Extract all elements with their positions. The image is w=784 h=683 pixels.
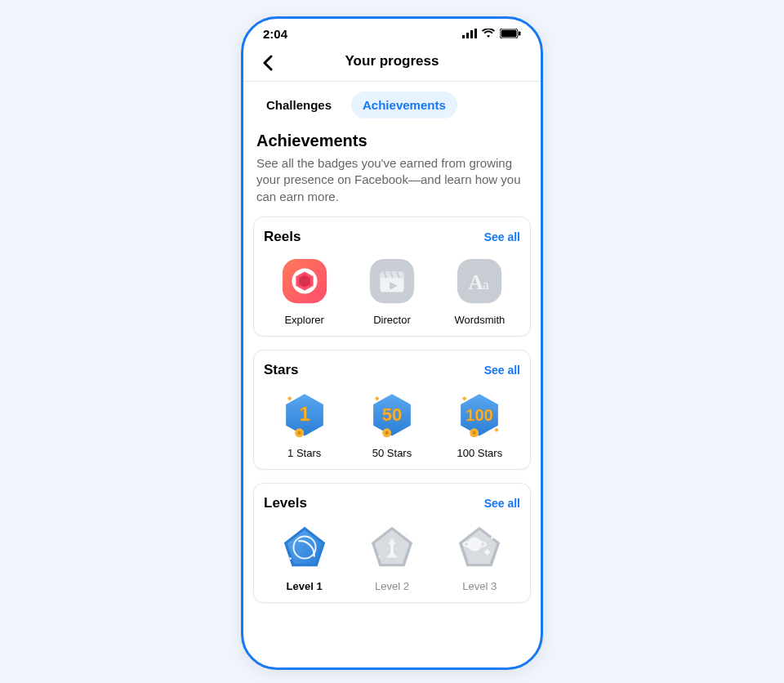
svg-point-29 (473, 431, 476, 434)
levels-card-head: Levels See all (264, 495, 520, 511)
chevron-left-icon (262, 55, 274, 71)
battery-icon (500, 27, 521, 41)
reels-badges: Explorer Director (264, 255, 520, 326)
svg-rect-5 (501, 29, 517, 37)
levels-card: Levels See all Level 1 (253, 483, 531, 603)
back-button[interactable] (256, 51, 279, 74)
tab-challenges[interactable]: Challenges (255, 92, 343, 118)
cellular-icon (462, 27, 477, 41)
stars-card: Stars See all 1 1 Stars (253, 350, 531, 470)
status-time: 2:04 (263, 27, 287, 41)
svg-point-37 (378, 556, 380, 557)
stars-card-head: Stars See all (264, 362, 520, 378)
reels-title: Reels (264, 229, 301, 245)
level-3-icon (453, 521, 506, 574)
svg-point-26 (385, 431, 388, 434)
svg-point-32 (317, 531, 320, 534)
badge-1-stars[interactable]: 1 1 Stars (264, 388, 345, 459)
svg-point-42 (491, 537, 493, 539)
badge-50-stars[interactable]: 50 50 Stars (351, 388, 432, 459)
badge-level-2[interactable]: Level 2 (351, 521, 432, 592)
star-50-value: 50 (382, 404, 402, 425)
svg-text:A: A (469, 270, 483, 292)
explorer-label: Explorer (284, 314, 323, 326)
level-1-label: Level 1 (287, 580, 323, 592)
status-indicators (462, 27, 521, 41)
star-1-icon: 1 (278, 388, 331, 440)
page-header: Your progress (243, 43, 541, 82)
svg-point-33 (289, 557, 292, 560)
achievements-subtitle: See all the badges you've earned from gr… (256, 155, 528, 205)
wordsmith-label: Wordsmith (454, 314, 505, 326)
star-1-value: 1 (299, 403, 310, 425)
svg-rect-0 (462, 35, 465, 38)
level-2-label: Level 2 (375, 580, 409, 592)
star-50-label: 50 Stars (372, 447, 412, 459)
star-50-icon: 50 (366, 388, 418, 440)
star-100-value: 100 (466, 406, 494, 424)
badge-director[interactable]: Director (351, 255, 432, 326)
wifi-icon (482, 27, 495, 41)
svg-point-23 (297, 431, 301, 434)
levels-badges: Level 1 Level 2 (264, 521, 520, 592)
star-100-icon: 100 (453, 388, 506, 440)
reels-see-all[interactable]: See all (484, 230, 520, 243)
stars-see-all[interactable]: See all (484, 364, 520, 377)
badge-wordsmith[interactable]: A a Wordsmith (439, 255, 520, 326)
stars-title: Stars (264, 362, 299, 378)
badge-level-3[interactable]: Level 3 (439, 521, 520, 592)
star-1-label: 1 Stars (287, 447, 321, 459)
achievements-intro: Achievements See all the badges you've e… (243, 128, 541, 217)
svg-rect-2 (470, 30, 473, 38)
svg-rect-3 (474, 29, 477, 38)
achievements-title: Achievements (256, 132, 528, 150)
wordsmith-icon: A a (453, 255, 506, 307)
svg-point-40 (468, 537, 482, 551)
phone-frame: 2:04 Your progress Challenges Achievemen… (241, 16, 543, 670)
stars-badges: 1 1 Stars 50 50 Star (264, 388, 520, 459)
svg-rect-1 (466, 33, 469, 38)
director-label: Director (373, 314, 411, 326)
director-icon (366, 255, 418, 307)
svg-rect-6 (519, 31, 521, 35)
badge-100-stars[interactable]: 100 100 Stars (439, 388, 520, 459)
level-1-icon (278, 521, 331, 574)
badge-explorer[interactable]: Explorer (264, 255, 345, 326)
star-100-label: 100 Stars (457, 447, 502, 459)
page-title: Your progress (243, 53, 541, 69)
level-3-label: Level 3 (462, 580, 497, 592)
svg-text:a: a (483, 275, 489, 292)
badge-level-1[interactable]: Level 1 (264, 521, 345, 592)
screen-content: 2:04 Your progress Challenges Achievemen… (243, 19, 541, 667)
tab-achievements[interactable]: Achievements (351, 92, 457, 118)
levels-title: Levels (264, 495, 307, 511)
status-bar: 2:04 (243, 19, 541, 43)
reels-card: Reels See all Explorer (253, 217, 531, 337)
reels-card-head: Reels See all (264, 229, 520, 245)
explorer-icon (278, 255, 331, 307)
levels-see-all[interactable]: See all (484, 497, 520, 510)
level-2-icon (366, 521, 418, 574)
tabs: Challenges Achievements (243, 82, 541, 128)
svg-point-36 (405, 533, 408, 536)
